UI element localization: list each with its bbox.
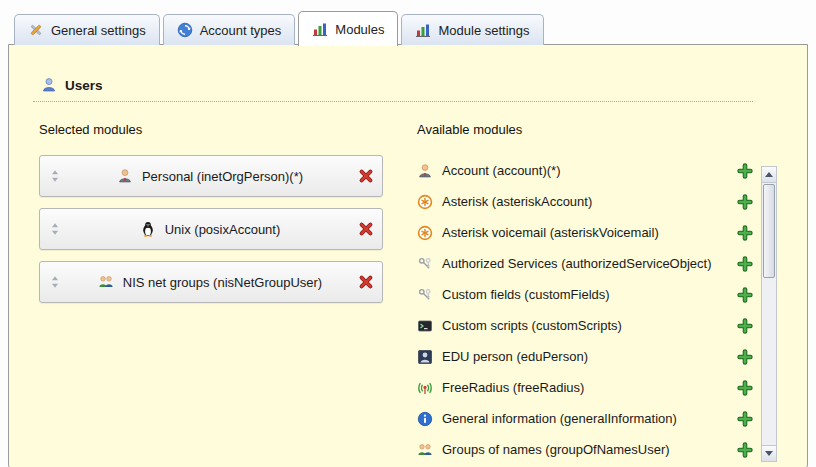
remove-module-button[interactable] [358, 221, 374, 237]
wrench-icon [28, 22, 44, 38]
selected-modules-heading: Selected modules [39, 122, 383, 137]
available-module-row: Account (account)(*) [417, 155, 753, 186]
tab-general-settings[interactable]: General settings [14, 14, 160, 45]
add-plus-icon [737, 163, 753, 179]
add-plus-icon [737, 411, 753, 427]
selected-module-label: Unix (posixAccount) [165, 222, 281, 237]
add-module-button[interactable] [737, 287, 753, 303]
available-module-row: EDU person (eduPerson) [417, 341, 753, 372]
add-plus-icon [737, 380, 753, 396]
tab-label: General settings [51, 23, 146, 38]
available-module-label: EDU person (eduPerson) [442, 349, 728, 364]
add-module-button[interactable] [737, 225, 753, 241]
available-module-row: Custom scripts (customScripts) [417, 310, 753, 341]
available-module-label: Account (account)(*) [442, 163, 728, 178]
available-module-row: Groups of names (groupOfNamesUser) [417, 434, 753, 465]
available-module-row: FreeRadius (freeRadius) [417, 372, 753, 403]
available-module-label: Custom fields (customFields) [442, 287, 728, 302]
person-icon [117, 168, 133, 184]
section-title: Users [65, 78, 103, 93]
edu-person-icon [417, 349, 433, 365]
available-module-label: FreeRadius (freeRadius) [442, 380, 728, 395]
add-plus-icon [737, 318, 753, 334]
available-modules-heading: Available modules [417, 122, 753, 137]
delete-x-icon [358, 274, 374, 290]
scroll-up-button[interactable] [762, 167, 776, 183]
antenna-icon [417, 380, 433, 396]
modules-panel: Users Selected modules Personal (inetOrg… [8, 44, 808, 467]
terminal-icon [417, 318, 433, 334]
add-plus-icon [737, 194, 753, 210]
selected-module-row[interactable]: Personal (inetOrgPerson)(*) [39, 155, 383, 197]
refresh-gear-icon [177, 22, 193, 38]
module-settings-chart-icon [415, 22, 431, 38]
available-module-label: Authorized Services (authorizedServiceOb… [442, 256, 728, 271]
arrow-up-icon [765, 172, 773, 177]
add-module-button[interactable] [737, 194, 753, 210]
available-module-label: General information (generalInformation) [442, 411, 728, 426]
tab-label: Modules [335, 22, 384, 37]
keys-icon [417, 287, 433, 303]
arrow-down-icon [765, 451, 773, 456]
available-module-row: Custom fields (customFields) [417, 279, 753, 310]
keys-icon [417, 256, 433, 272]
group-icon [98, 274, 114, 290]
add-module-button[interactable] [737, 349, 753, 365]
available-module-label: Asterisk (asteriskAccount) [442, 194, 728, 209]
drag-handle-icon[interactable] [48, 222, 62, 236]
remove-module-button[interactable] [358, 274, 374, 290]
section-divider [33, 101, 753, 102]
available-module-label: Asterisk voicemail (asteriskVoicemail) [442, 225, 728, 240]
available-module-row: Asterisk (asteriskAccount) [417, 186, 753, 217]
penguin-icon [140, 221, 156, 237]
asterisk-icon [417, 225, 433, 241]
available-module-label: Custom scripts (customScripts) [442, 318, 728, 333]
tab-account-types[interactable]: Account types [163, 14, 296, 45]
add-plus-icon [737, 349, 753, 365]
available-module-label: Groups of names (groupOfNamesUser) [442, 442, 728, 457]
add-module-button[interactable] [737, 442, 753, 458]
delete-x-icon [358, 168, 374, 184]
asterisk-icon [417, 194, 433, 210]
add-plus-icon [737, 287, 753, 303]
drag-handle-icon[interactable] [48, 169, 62, 183]
add-module-button[interactable] [737, 318, 753, 334]
add-module-button[interactable] [737, 411, 753, 427]
available-modules-scrollbar[interactable] [761, 166, 777, 462]
group-icon [417, 442, 433, 458]
remove-module-button[interactable] [358, 168, 374, 184]
tab-label: Module settings [438, 23, 529, 38]
person-icon [417, 163, 433, 179]
available-module-row: Asterisk voicemail (asteriskVoicemail) [417, 217, 753, 248]
users-icon [41, 77, 57, 93]
tab-module-settings[interactable]: Module settings [401, 14, 543, 45]
info-icon [417, 411, 433, 427]
tab-bar: General settings Account types Modules M… [14, 10, 544, 45]
tab-label: Account types [200, 23, 282, 38]
selected-module-row[interactable]: NIS net groups (nisNetGroupUser) [39, 261, 383, 303]
modules-chart-icon [312, 21, 328, 37]
add-module-button[interactable] [737, 380, 753, 396]
add-plus-icon [737, 442, 753, 458]
available-modules-column: Available modules Account (account)(*) A… [417, 122, 753, 465]
add-plus-icon [737, 256, 753, 272]
available-module-row: General information (generalInformation) [417, 403, 753, 434]
tab-modules[interactable]: Modules [298, 11, 398, 46]
selected-module-label: Personal (inetOrgPerson)(*) [142, 169, 303, 184]
selected-modules-column: Selected modules Personal (inetOrgPerson… [39, 122, 383, 314]
scroll-down-button[interactable] [762, 445, 776, 461]
scrollbar-thumb[interactable] [763, 184, 775, 278]
available-module-row: Authorized Services (authorizedServiceOb… [417, 248, 753, 279]
delete-x-icon [358, 221, 374, 237]
selected-module-row[interactable]: Unix (posixAccount) [39, 208, 383, 250]
add-module-button[interactable] [737, 163, 753, 179]
add-plus-icon [737, 225, 753, 241]
drag-handle-icon[interactable] [48, 275, 62, 289]
selected-module-label: NIS net groups (nisNetGroupUser) [123, 275, 322, 290]
users-section-header: Users [41, 77, 753, 93]
add-module-button[interactable] [737, 256, 753, 272]
